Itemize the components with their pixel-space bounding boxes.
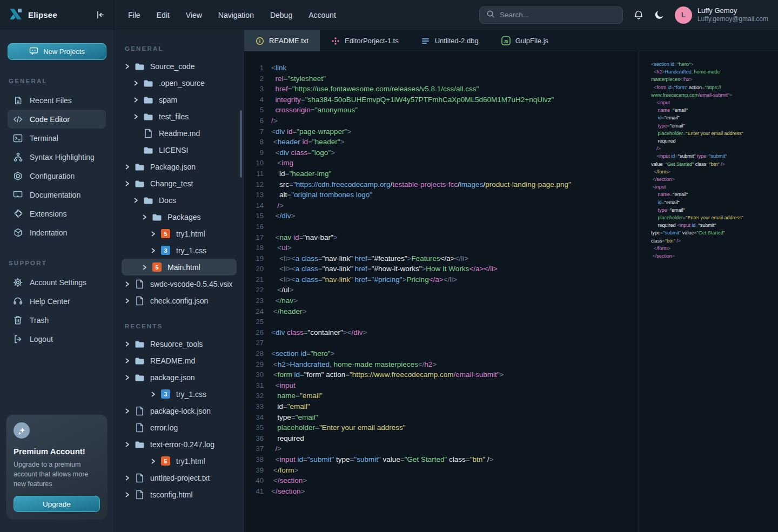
sidebar-item-terminal[interactable]: Terminal: [8, 129, 106, 147]
collapse-sidebar-icon[interactable]: [95, 10, 105, 20]
theme-toggle-moon-icon[interactable]: [654, 10, 665, 20]
code-line: 21 <li><a class="nav-link" href="#pricin…: [244, 274, 639, 285]
sidebar-item-extensions[interactable]: Extensions: [8, 204, 106, 223]
menu-edit[interactable]: Edit: [157, 11, 170, 19]
tree-item-packages[interactable]: Packages: [122, 208, 237, 225]
tab-gulpfile-js[interactable]: JSGulpFile.js: [490, 30, 560, 51]
tree-item-test-files[interactable]: test_files: [122, 108, 237, 125]
chevron-right-icon: [142, 214, 147, 220]
notifications-bell-icon[interactable]: [633, 10, 644, 21]
line-number: 9: [244, 147, 264, 158]
chevron-right-icon: [125, 164, 130, 170]
menu-view[interactable]: View: [186, 11, 202, 19]
menu-file[interactable]: File: [128, 11, 140, 19]
code-line: 1<link: [244, 63, 639, 73]
sidebar-item-recent-files[interactable]: Recent Files: [8, 91, 106, 110]
info-icon: [256, 37, 264, 45]
line-number: 33: [244, 401, 264, 412]
extensions-icon: [13, 209, 23, 219]
sidebar-item-account-settings[interactable]: Account Settings: [8, 273, 106, 292]
tree-item-open-source[interactable]: .open_source: [122, 75, 237, 91]
line-number: 6: [244, 116, 264, 126]
tree-item-licensi[interactable]: LICENSI: [122, 142, 237, 158]
code-editor[interactable]: 1<link2 rel="stylesheet"3 href="https://…: [244, 51, 639, 532]
line-number: 31: [244, 380, 264, 391]
minimap[interactable]: <section id="hero"> <h2>Handcrafted, hom…: [639, 51, 778, 532]
tree-item-change-test[interactable]: Change_test: [122, 175, 237, 192]
html5-icon: 5: [160, 229, 171, 238]
help-center-icon: [13, 297, 23, 306]
search-input[interactable]: [500, 11, 616, 19]
tree-item-check-config-json[interactable]: check.config.json: [122, 292, 237, 309]
explorer-section-title: GENERAL: [125, 45, 233, 52]
sidebar-item-logout[interactable]: Logout: [8, 329, 106, 348]
tree-item-untlited-project-txt[interactable]: untlited-project.txt: [122, 469, 237, 486]
tree-item-resuorce-tools[interactable]: Resuorce_tools: [122, 335, 237, 352]
sidebar-item-configuration[interactable]: Configuration: [8, 166, 106, 185]
tree-item-package-json[interactable]: Package.json: [122, 158, 237, 175]
css3-icon: 3: [160, 246, 171, 255]
tree-item-spam[interactable]: spam: [122, 91, 237, 108]
code-line: 12 src="https://cdn.freecodecamp.org/tes…: [244, 179, 639, 190]
menu-account[interactable]: Account: [308, 11, 336, 19]
tree-item-package-json[interactable]: package.json: [122, 369, 237, 386]
sidebar-item-documentation[interactable]: Documentation: [8, 185, 106, 204]
tree-item-tsconfig-html[interactable]: tsconfig.html: [122, 486, 237, 503]
tree-item-swdc-vscode-0-5-45-vsix[interactable]: swdc-vscode-0.5.45.vsix: [122, 275, 237, 292]
menu-debug[interactable]: Debug: [270, 11, 292, 19]
tree-item-text-error-0-247-log[interactable]: text-error-0.247.log: [122, 436, 237, 453]
tree-item-error-log[interactable]: error.log: [122, 419, 237, 436]
tree-item-readme-md[interactable]: Readme.md: [122, 125, 237, 142]
upgrade-button[interactable]: Upgrade: [14, 496, 100, 512]
tree-item-label: swdc-vscode-0.5.45.vsix: [150, 280, 233, 288]
tab-editorporject-1-ts[interactable]: EditorPorject-1.ts: [320, 30, 410, 51]
sidebar-item-label: Logout: [30, 335, 53, 344]
tree-item-main-html[interactable]: 5Main.html: [122, 259, 237, 275]
tree-item-docs[interactable]: Docs: [122, 192, 237, 208]
indentation-icon: [13, 228, 23, 238]
tab-untlited-2-dbg[interactable]: Untlited-2.dbg: [410, 30, 490, 51]
code-line: 10 <img: [244, 158, 639, 169]
code-line: 17 <nav id="nav-bar">: [244, 232, 639, 243]
minimap-line: value="Get Started" class="btn" />: [651, 160, 775, 168]
minimap-line: type="email": [651, 206, 775, 214]
tab-readme-txt[interactable]: README.txt: [244, 30, 320, 51]
code-line-content: </section>: [271, 475, 307, 486]
avatar[interactable]: L: [675, 6, 692, 24]
sidebar-item-help-center[interactable]: Help Center: [8, 292, 106, 311]
minimap-line: type="submit" value="Get Started": [651, 229, 775, 237]
chevron-right-icon: [125, 408, 130, 414]
tree-item-try-1-css[interactable]: 3try_1.css: [122, 242, 237, 259]
code-line: 39 </form>: [244, 465, 639, 476]
html5-icon: 5: [152, 262, 162, 272]
user-profile[interactable]: L Luffy Gemoy Luffy.gemoy@gmail.com: [675, 6, 768, 24]
app-title: Elipsee: [28, 10, 57, 19]
sidebar-item-trash[interactable]: Trash: [8, 311, 106, 329]
tree-item-try1-html[interactable]: 5try1.html: [122, 225, 237, 242]
chevron-right-icon: [125, 442, 130, 447]
code-line-content: <nav id="nav-bar">: [271, 232, 338, 243]
brand-area: Elipsee: [0, 0, 114, 30]
file-explorer: GENERALSource_code.open_sourcespamtest_f…: [114, 30, 244, 532]
tree-item-source-code[interactable]: Source_code: [122, 58, 237, 75]
menu-navigation[interactable]: Navigation: [218, 11, 254, 19]
tree-item-try1-html[interactable]: 5try1.html: [122, 453, 237, 469]
chevron-right-icon: [125, 358, 130, 363]
search-box[interactable]: [479, 6, 623, 24]
new-projects-button[interactable]: New Projects: [8, 43, 106, 60]
line-number: 16: [244, 221, 264, 232]
sidebar-item-indentation[interactable]: Indentation: [8, 223, 106, 242]
sidebar-item-syntax-highlighting[interactable]: Syntax Highlighting: [8, 147, 106, 166]
tab-label: README.txt: [269, 37, 308, 45]
line-number: 25: [244, 316, 264, 327]
line-number: 21: [244, 274, 264, 285]
tree-item-readme-md[interactable]: README.md: [122, 352, 237, 369]
sidebar-item-code-editor[interactable]: Code Editor: [8, 110, 106, 129]
tree-item-package-lock-json[interactable]: package-lock.json: [122, 402, 237, 419]
file-icon: [135, 490, 145, 500]
tree-item-try-1-css[interactable]: 3try_1.css: [122, 386, 237, 402]
code-line-content: <input: [271, 380, 296, 391]
explorer-scrollbar[interactable]: [240, 110, 242, 178]
line-number: 2: [244, 73, 264, 84]
minimap-line: </section>: [651, 252, 775, 260]
